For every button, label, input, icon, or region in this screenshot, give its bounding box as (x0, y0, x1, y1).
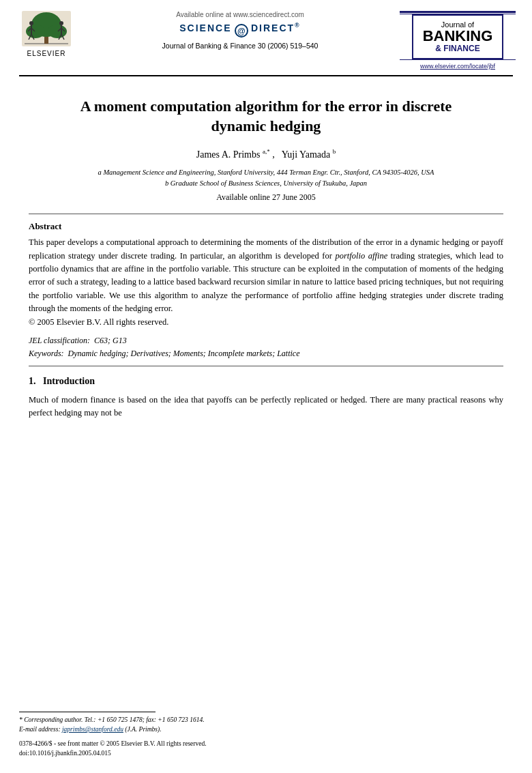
issn-text: 0378-4266/$ - see front matter © 2005 El… (19, 739, 513, 748)
author2-sup: b (333, 148, 336, 155)
direct-text: DIRECT® (251, 23, 301, 33)
intro-section: 1. Introduction Much of modern finance i… (29, 376, 503, 420)
elsevier-label: ELSEVIER (27, 50, 66, 57)
abstract-bottom-divider (29, 366, 503, 366)
footer-rule (19, 712, 156, 712)
svg-point-12 (59, 21, 63, 25)
journal-banking-text: BANKING (423, 29, 493, 44)
jel-section: JEL classification: C63; G13 (29, 336, 503, 346)
email-suffix: (J.A. Primbs). (125, 726, 161, 733)
journal-info-header: Journal of Banking & Finance 30 (2006) 5… (80, 42, 400, 50)
journal-banner-area: Journal of BANKING & FINANCE www.elsevie… (400, 11, 516, 70)
abstract-top-divider (29, 214, 503, 214)
footer-corresponding: * Corresponding author. Tel.: +1 650 725… (19, 715, 513, 735)
banner-bottom-rule (400, 59, 516, 60)
jel-codes: C63; G13 (94, 336, 127, 345)
keywords-values: Dynamic hedging; Derivatives; Moments; I… (68, 349, 300, 358)
journal-amp-text: & FINANCE (423, 44, 493, 53)
email-label: E-mail address: (19, 726, 61, 733)
sciencedirect-logo: SCIENCE @ DIRECT® (179, 21, 301, 35)
abstract-title: Abstract (29, 221, 503, 232)
header-divider (19, 75, 513, 76)
doi-text: doi:10.1016/j.jbankfin.2005.04.015 (19, 748, 513, 758)
abstract-section: Abstract This paper develops a computati… (29, 221, 503, 329)
science-text: SCIENCE (179, 23, 231, 33)
keywords-section: Keywords: Dynamic hedging; Derivatives; … (29, 349, 503, 359)
paper-title: A moment computation algorithm for the e… (55, 97, 477, 136)
author1-name: James A. Primbs (196, 149, 261, 160)
email-address: japrimbs@stanford.edu (62, 726, 123, 733)
at-icon: @ (235, 24, 248, 38)
affiliation-b: b Graduate School of Business Sciences, … (29, 178, 503, 189)
intro-section-title: Introduction (43, 376, 95, 386)
intro-heading: 1. Introduction (29, 376, 503, 387)
main-content: A moment computation algorithm for the e… (0, 97, 532, 420)
svg-point-6 (29, 21, 33, 25)
elsevier-logo-area: ELSEVIER (12, 11, 80, 57)
authors-line: James A. Primbs a,* , Yuji Yamada b (29, 148, 503, 160)
jel-label: JEL classification: (29, 336, 90, 345)
author2-name: Yuji Yamada (282, 149, 331, 160)
header: ELSEVIER Available online at www.science… (0, 0, 532, 75)
footer: * Corresponding author. Tel.: +1 650 725… (19, 712, 513, 758)
affiliation-a: a Management Science and Engineering, St… (29, 167, 503, 178)
affiliations: a Management Science and Engineering, St… (29, 167, 503, 189)
journal-banner: Journal of BANKING & FINANCE (412, 14, 504, 59)
keywords-label: Keywords: (29, 349, 64, 358)
intro-body: Much of modern finance is based on the i… (29, 394, 503, 420)
abstract-body: This paper develops a computational appr… (29, 236, 503, 329)
banner-top-rule (400, 11, 516, 13)
author1-sup: a,* (263, 148, 270, 155)
header-center: Available online at www.sciencedirect.co… (80, 11, 400, 50)
available-date: Available online 27 June 2005 (29, 192, 503, 203)
journal-url: www.elsevier.com/locate/jbf (420, 63, 495, 70)
elsevier-tree-icon (22, 11, 71, 48)
intro-section-num: 1. (29, 376, 36, 386)
footer-issn: 0378-4266/$ - see front matter © 2005 El… (19, 739, 513, 759)
corresponding-text: * Corresponding author. Tel.: +1 650 725… (19, 716, 205, 723)
page: ELSEVIER Available online at www.science… (0, 0, 532, 773)
svg-point-5 (48, 25, 67, 38)
svg-point-4 (26, 25, 45, 38)
available-online-text: Available online at www.sciencedirect.co… (80, 11, 400, 18)
